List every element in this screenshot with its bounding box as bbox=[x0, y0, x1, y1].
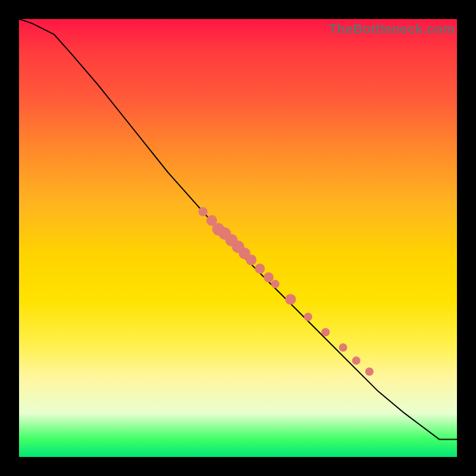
data-marker bbox=[304, 313, 312, 321]
data-marker bbox=[321, 328, 330, 336]
data-marker bbox=[352, 356, 361, 365]
data-marker bbox=[339, 343, 347, 352]
main-curve bbox=[19, 19, 457, 440]
watermark-text: TheBottleneck.com bbox=[329, 21, 455, 37]
data-marker bbox=[365, 368, 374, 376]
data-marker bbox=[255, 264, 265, 274]
data-marker bbox=[285, 294, 296, 305]
plot-area bbox=[19, 19, 457, 457]
data-marker bbox=[271, 280, 280, 288]
data-marker bbox=[198, 207, 207, 216]
chart-frame: TheBottleneck.com bbox=[0, 0, 476, 476]
curve-layer bbox=[19, 19, 457, 457]
data-marker bbox=[246, 255, 256, 265]
data-marker bbox=[264, 273, 274, 283]
